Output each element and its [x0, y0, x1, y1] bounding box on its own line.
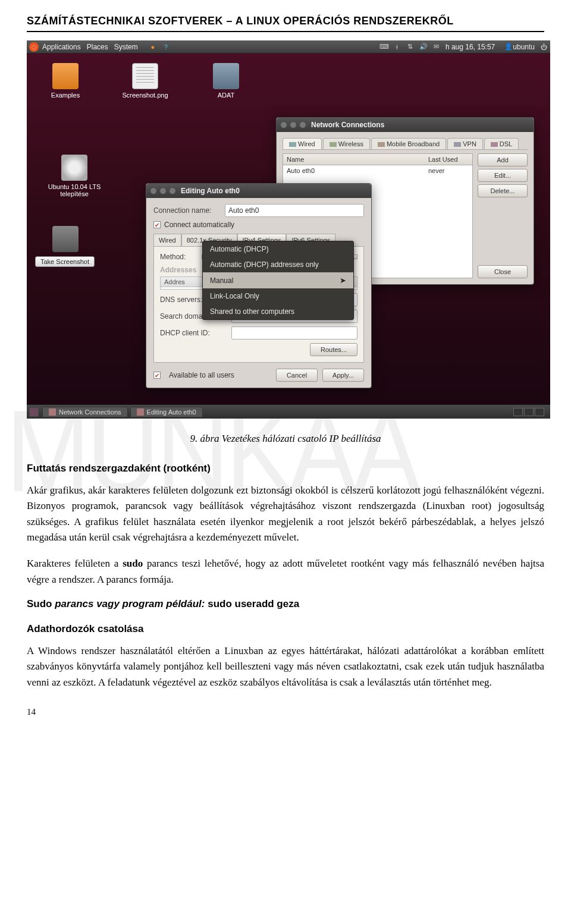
- label-available-all: Available to all users: [169, 371, 234, 379]
- icon-label: Examples: [51, 92, 80, 99]
- cancel-button[interactable]: Cancel: [276, 369, 318, 382]
- dropdown-item-linklocal[interactable]: Link-Local Only: [203, 288, 353, 304]
- connection-name: Auto eth0: [283, 165, 425, 176]
- paragraph-1: Akár grafikus, akár karakteres felületen…: [27, 483, 544, 545]
- mobile-icon: [378, 142, 385, 147]
- cd-icon: [61, 155, 87, 181]
- window-title: Editing Auto eth0: [181, 187, 240, 195]
- user-icon[interactable]: 👤: [504, 43, 513, 51]
- top-panel: ◌ Applications Places System ● ? ⌨ ᚼ ⇅ 🔊…: [27, 40, 550, 54]
- label-method: Method:: [160, 253, 202, 261]
- label-dhcp-id: DHCP client ID:: [160, 329, 231, 337]
- bottom-panel: Network Connections Editing Auto eth0: [27, 404, 550, 419]
- ubuntu-logo-icon[interactable]: ◌: [29, 42, 39, 52]
- label-connect-automatically: Connect automatically: [164, 221, 234, 229]
- connect-automatically-checkbox[interactable]: ✔: [153, 221, 161, 228]
- available-all-users-checkbox[interactable]: ✔: [153, 372, 161, 379]
- dsl-icon: [491, 142, 498, 147]
- window-title: Network Connections: [311, 121, 384, 129]
- minimize-icon[interactable]: [290, 121, 297, 128]
- wired-icon: [289, 142, 296, 147]
- ubuntu-screenshot: ◌ Applications Places System ● ? ⌨ ᚼ ⇅ 🔊…: [27, 40, 550, 419]
- minimize-icon[interactable]: [159, 187, 167, 194]
- folder-icon: [52, 63, 79, 89]
- connection-type-tabs: Wired Wireless Mobile Broadband VPN DSL: [283, 138, 528, 150]
- power-icon[interactable]: ⏻: [539, 43, 548, 51]
- drive-icon: [213, 63, 239, 89]
- desktop-icon-examples[interactable]: Examples: [39, 63, 92, 99]
- help-icon[interactable]: ?: [162, 43, 170, 51]
- paragraph-3: A Windows rendszer használatától eltérőe…: [27, 643, 544, 690]
- network-icon[interactable]: ⇅: [406, 43, 415, 51]
- desktop-icon-screenshot[interactable]: Screenshot.png: [118, 63, 172, 99]
- dropdown-item-auto-dhcp-addr[interactable]: Automatic (DHCP) addresses only: [203, 257, 353, 272]
- window-titlebar[interactable]: Network Connections: [277, 118, 534, 132]
- icon-label: Ubuntu 10.04 LTS telepítése: [48, 183, 101, 197]
- connection-last-used: never: [425, 165, 472, 176]
- label-connection-name: Connection name:: [153, 206, 225, 215]
- vpn-icon: [454, 142, 461, 147]
- routes-button[interactable]: Routes...: [310, 343, 357, 356]
- figure-caption: 9. ábra Vezetékes hálózati csatoló IP be…: [27, 433, 544, 445]
- menu-places[interactable]: Places: [87, 43, 108, 51]
- desktop-icon-camera[interactable]: [39, 226, 92, 254]
- heading-mount: Adathordozók csatolása: [27, 623, 544, 635]
- cursor-icon: ➤: [340, 276, 346, 285]
- desktop-icon-adat[interactable]: ADAT: [199, 63, 253, 99]
- close-button[interactable]: Close: [478, 265, 528, 278]
- dropdown-item-manual[interactable]: Manual➤: [203, 272, 353, 288]
- file-icon: [132, 63, 158, 89]
- close-icon[interactable]: [150, 187, 157, 194]
- heading-root: Futtatás rendszergazdaként (rootként): [27, 463, 544, 474]
- dhcp-client-id-input[interactable]: [231, 326, 357, 340]
- take-screenshot-button[interactable]: Take Screenshot: [35, 256, 95, 267]
- mail-icon[interactable]: ✉: [432, 43, 441, 51]
- maximize-icon[interactable]: [299, 121, 306, 128]
- tab-vpn[interactable]: VPN: [447, 138, 483, 149]
- tab-wireless[interactable]: Wireless: [323, 138, 370, 149]
- firefox-icon[interactable]: ●: [149, 43, 157, 51]
- connection-row[interactable]: Auto eth0 never: [283, 165, 472, 176]
- tab-wired[interactable]: Wired: [283, 138, 322, 149]
- add-button[interactable]: Add: [478, 153, 528, 166]
- delete-button[interactable]: Delete...: [478, 184, 528, 197]
- column-name: Name: [283, 154, 425, 165]
- dropdown-item-shared[interactable]: Shared to other computers: [203, 304, 353, 319]
- bluetooth-icon[interactable]: ᚼ: [393, 43, 401, 51]
- user-name[interactable]: ubuntu: [513, 43, 535, 51]
- document-header: SZÁMÍTÁSTECHNIKAI SZOFTVEREK – A LINUX O…: [27, 15, 544, 32]
- maximize-icon[interactable]: [169, 187, 176, 194]
- show-desktop-icon[interactable]: [29, 407, 39, 417]
- menu-applications[interactable]: Applications: [42, 43, 81, 51]
- wireless-icon: [330, 142, 337, 147]
- taskbar-item-editing[interactable]: Editing Auto eth0: [130, 407, 203, 417]
- column-last-used: Last Used: [425, 154, 472, 165]
- camera-icon: [52, 226, 79, 252]
- tab-dsl[interactable]: DSL: [484, 138, 519, 149]
- tab-wired[interactable]: Wired: [153, 234, 181, 246]
- icon-label: Screenshot.png: [122, 92, 168, 99]
- desktop-icon-install[interactable]: Ubuntu 10.04 LTS telepítése: [39, 155, 110, 197]
- tab-mobile[interactable]: Mobile Broadband: [371, 138, 446, 149]
- taskbar-item-nc[interactable]: Network Connections: [42, 407, 128, 417]
- keyboard-icon[interactable]: ⌨: [380, 43, 388, 51]
- dropdown-item-auto-dhcp[interactable]: Automatic (DHCP): [203, 241, 353, 257]
- icon-label: ADAT: [218, 92, 235, 99]
- sound-icon[interactable]: 🔊: [419, 43, 428, 51]
- app-icon: [49, 408, 56, 416]
- window-titlebar[interactable]: Editing Auto eth0: [146, 184, 371, 198]
- paragraph-2: Karakteres felületen a sudo parancs tesz…: [27, 556, 544, 587]
- clock[interactable]: h aug 16, 15:57: [445, 43, 495, 51]
- menu-system[interactable]: System: [114, 43, 138, 51]
- workspace-1[interactable]: [513, 408, 523, 416]
- connection-name-input[interactable]: [225, 204, 364, 217]
- page-number: 14: [27, 707, 544, 717]
- trash-icon[interactable]: [535, 408, 544, 416]
- close-icon[interactable]: [280, 121, 287, 128]
- apply-button[interactable]: Apply...: [322, 369, 364, 382]
- app-icon: [137, 408, 144, 416]
- method-dropdown-popup[interactable]: Automatic (DHCP) Automatic (DHCP) addres…: [202, 241, 354, 320]
- workspace-2[interactable]: [524, 408, 534, 416]
- sudo-example: Sudo parancs vagy program például: sudo …: [27, 598, 544, 610]
- edit-button[interactable]: Edit...: [478, 169, 528, 182]
